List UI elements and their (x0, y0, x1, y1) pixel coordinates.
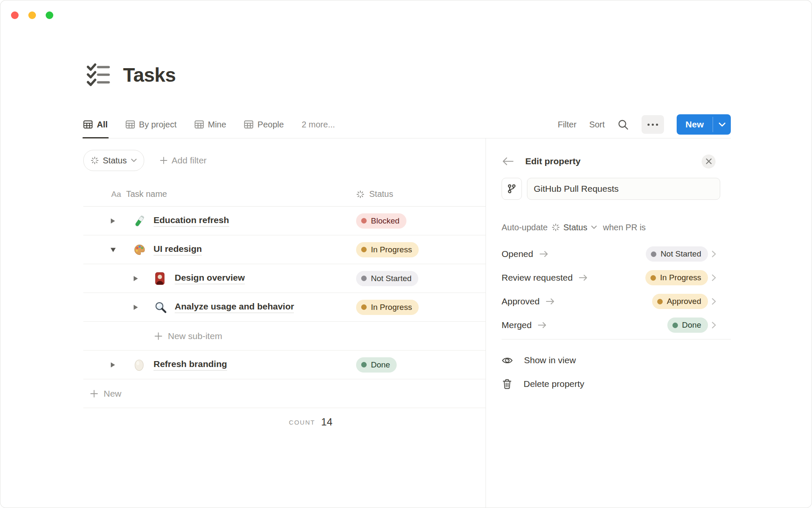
auto-update-property-selector[interactable]: Status (551, 223, 597, 232)
status-badge[interactable]: Not Started (646, 246, 708, 262)
status-dot (361, 362, 367, 367)
eye-icon (502, 355, 513, 366)
new-row[interactable]: New (83, 379, 486, 408)
status-label: Done (682, 320, 701, 330)
git-branch-icon[interactable] (502, 178, 522, 200)
collapse-toggle-icon[interactable] (110, 246, 117, 253)
auto-update-property-label: Status (563, 223, 587, 232)
table-row[interactable]: UI redesign In Progress (83, 235, 486, 264)
status-badge[interactable]: Not Started (356, 271, 418, 286)
table-row[interactable]: Analyze usage and behavior In Progress (83, 293, 486, 322)
mapping-row-opened[interactable]: Opened Not Started (502, 242, 731, 266)
status-badge[interactable]: Done (667, 318, 708, 333)
new-sub-item-row[interactable]: New sub-item (83, 322, 486, 351)
filter-button[interactable]: Filter (558, 120, 576, 130)
column-label: Task name (126, 189, 167, 199)
task-name-link[interactable]: Education refresh (154, 215, 229, 226)
status-badge[interactable]: In Progress (645, 270, 708, 285)
minimize-window-button[interactable] (28, 11, 36, 19)
pr-event-label: Merged (502, 320, 532, 330)
checklist-icon (86, 63, 110, 87)
status-filter-chip[interactable]: Status (83, 150, 144, 171)
chevron-right-icon (711, 298, 716, 305)
count-label: COUNT (289, 419, 315, 426)
new-dropdown-button[interactable] (713, 114, 731, 135)
back-icon[interactable] (502, 156, 514, 166)
auto-update-suffix: when PR is (603, 223, 646, 232)
status-badge[interactable]: Done (356, 357, 397, 373)
new-button-group: New (677, 114, 731, 135)
arrow-right-icon (538, 321, 547, 329)
page-title-text: Tasks (123, 64, 176, 86)
show-in-view-button[interactable]: Show in view (502, 348, 731, 372)
table-row[interactable]: Education refresh Blocked (83, 207, 486, 235)
expand-toggle-icon[interactable] (110, 361, 116, 368)
status-label: Approved (667, 297, 701, 306)
task-name-link[interactable]: Design overview (175, 273, 245, 284)
status-dot (651, 251, 656, 257)
zoom-window-button[interactable] (46, 11, 53, 19)
arrow-right-icon (539, 250, 549, 258)
task-name-link[interactable]: UI redesign (154, 244, 202, 255)
delete-property-button[interactable]: Delete property (502, 372, 731, 396)
status-dot (650, 275, 656, 281)
expand-toggle-icon[interactable] (110, 217, 116, 224)
new-button[interactable]: New (677, 114, 713, 135)
add-filter-label: Add filter (172, 155, 207, 166)
search-icon[interactable] (617, 119, 629, 130)
status-burst-icon (551, 223, 560, 232)
panel-actions: Show in view Delete property (502, 348, 731, 396)
column-task-name[interactable]: Aa Task name (111, 189, 167, 199)
count-row[interactable]: COUNT 14 (83, 408, 486, 436)
column-status[interactable]: Status (356, 189, 393, 199)
table-view-icon (195, 120, 204, 129)
mapping-row-review-requested[interactable]: Review requested In Progress (502, 266, 731, 290)
mapping-row-merged[interactable]: Merged Done (502, 313, 731, 337)
tab-label: By project (139, 120, 177, 130)
add-filter-button[interactable]: Add filter (159, 155, 207, 166)
new-row-label: New (104, 389, 121, 399)
close-window-button[interactable] (11, 11, 19, 19)
tab-by-project[interactable]: By project (126, 111, 177, 138)
status-filter-label: Status (103, 156, 127, 166)
tab-label: Mine (208, 120, 226, 130)
table-row[interactable]: Design overview Not Started (83, 264, 486, 293)
expand-toggle-icon[interactable] (132, 304, 139, 311)
property-name-input[interactable] (527, 178, 720, 200)
mapping-row-approved[interactable]: Approved Approved (502, 290, 731, 313)
status-dot (361, 276, 367, 281)
test-tube-icon (133, 215, 146, 227)
tab-mine[interactable]: Mine (195, 111, 226, 138)
status-label: Not Started (371, 274, 411, 283)
table-row[interactable]: Refresh branding Done (83, 351, 486, 379)
status-badge[interactable]: Approved (652, 294, 708, 309)
table-view-icon (126, 120, 135, 129)
more-options-button[interactable] (642, 115, 664, 134)
expand-toggle-icon[interactable] (132, 275, 139, 282)
chevron-right-icon (711, 321, 716, 329)
table-view-icon (244, 120, 253, 129)
chevron-right-icon (711, 274, 716, 282)
status-badge[interactable]: In Progress (356, 300, 419, 315)
tab-all[interactable]: All (83, 111, 108, 138)
panel-divider (486, 138, 486, 508)
tab-people[interactable]: People (244, 111, 284, 138)
task-name-link[interactable]: Analyze usage and behavior (175, 301, 294, 313)
sort-button[interactable]: Sort (589, 120, 605, 130)
chevron-down-icon (131, 158, 137, 163)
status-label: In Progress (660, 273, 701, 282)
status-badge[interactable]: Blocked (356, 213, 406, 229)
pr-event-label: Opened (502, 249, 533, 259)
close-icon[interactable] (702, 155, 716, 168)
chevron-right-icon (711, 250, 716, 258)
text-type-icon: Aa (111, 190, 121, 199)
task-name-link[interactable]: Refresh branding (154, 359, 227, 370)
status-label: Blocked (371, 216, 400, 226)
status-dot (361, 304, 367, 310)
property-name-row (502, 178, 720, 200)
status-label: In Progress (371, 245, 412, 254)
more-views-button[interactable]: 2 more... (302, 120, 335, 130)
pr-status-mappings: Opened Not Started Review requested (502, 242, 731, 337)
view-toolbar: All By project Mine People 2 more... Fil… (83, 111, 731, 138)
status-badge[interactable]: In Progress (356, 242, 419, 257)
